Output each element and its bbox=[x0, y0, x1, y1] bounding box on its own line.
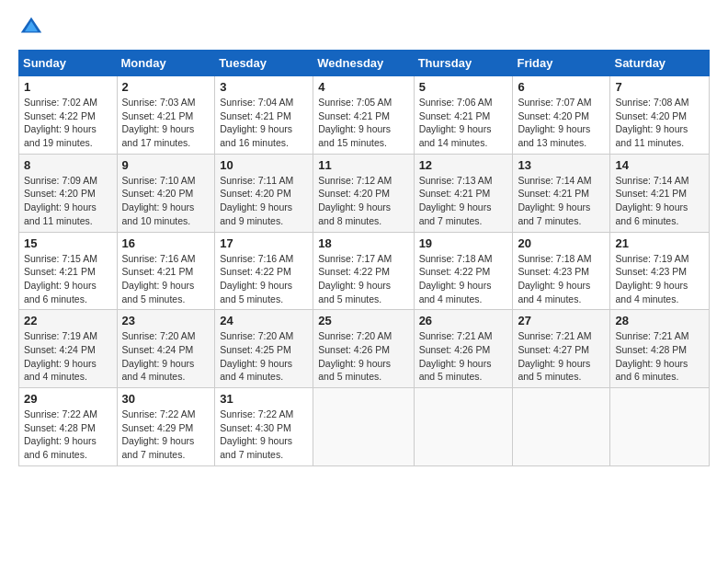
calendar-cell: 25 Sunrise: 7:20 AM Sunset: 4:26 PM Dayl… bbox=[313, 310, 414, 388]
day-number: 14 bbox=[615, 158, 704, 172]
day-number: 30 bbox=[122, 392, 210, 406]
calendar-cell: 26 Sunrise: 7:21 AM Sunset: 4:26 PM Dayl… bbox=[414, 310, 513, 388]
day-info: Sunrise: 7:08 AM Sunset: 4:20 PM Dayligh… bbox=[615, 96, 704, 150]
day-info: Sunrise: 7:22 AM Sunset: 4:29 PM Dayligh… bbox=[122, 408, 210, 462]
day-number: 24 bbox=[220, 314, 308, 327]
day-info: Sunrise: 7:15 AM Sunset: 4:21 PM Dayligh… bbox=[24, 252, 112, 306]
header-wednesday: Wednesday bbox=[313, 51, 414, 76]
day-info: Sunrise: 7:10 AM Sunset: 4:20 PM Dayligh… bbox=[122, 174, 210, 228]
day-info: Sunrise: 7:18 AM Sunset: 4:22 PM Dayligh… bbox=[419, 252, 508, 306]
day-info: Sunrise: 7:07 AM Sunset: 4:20 PM Dayligh… bbox=[518, 96, 605, 150]
calendar-cell: 9 Sunrise: 7:10 AM Sunset: 4:20 PM Dayli… bbox=[117, 154, 215, 232]
day-number: 27 bbox=[518, 314, 605, 327]
day-number: 2 bbox=[122, 80, 210, 94]
day-info: Sunrise: 7:21 AM Sunset: 4:27 PM Dayligh… bbox=[518, 329, 605, 384]
calendar-table: SundayMondayTuesdayWednesdayThursdayFrid… bbox=[18, 50, 710, 466]
day-info: Sunrise: 7:16 AM Sunset: 4:22 PM Dayligh… bbox=[220, 252, 308, 306]
header-thursday: Thursday bbox=[414, 51, 513, 76]
day-number: 22 bbox=[24, 314, 112, 327]
calendar-header-row: SundayMondayTuesdayWednesdayThursdayFrid… bbox=[19, 51, 710, 76]
day-info: Sunrise: 7:19 AM Sunset: 4:24 PM Dayligh… bbox=[24, 329, 112, 384]
calendar-cell: 11 Sunrise: 7:12 AM Sunset: 4:20 PM Dayl… bbox=[313, 154, 414, 232]
day-number: 12 bbox=[419, 158, 508, 172]
calendar-cell: 27 Sunrise: 7:21 AM Sunset: 4:27 PM Dayl… bbox=[513, 310, 610, 388]
day-number: 1 bbox=[24, 80, 112, 94]
day-number: 15 bbox=[24, 236, 112, 250]
day-number: 11 bbox=[318, 158, 408, 172]
calendar-cell: 16 Sunrise: 7:16 AM Sunset: 4:21 PM Dayl… bbox=[117, 232, 215, 310]
logo bbox=[18, 15, 48, 40]
day-number: 8 bbox=[24, 158, 112, 172]
calendar-cell: 15 Sunrise: 7:15 AM Sunset: 4:21 PM Dayl… bbox=[19, 232, 118, 310]
calendar-cell: 17 Sunrise: 7:16 AM Sunset: 4:22 PM Dayl… bbox=[215, 232, 313, 310]
day-info: Sunrise: 7:19 AM Sunset: 4:23 PM Dayligh… bbox=[615, 252, 704, 306]
calendar-cell: 5 Sunrise: 7:06 AM Sunset: 4:21 PM Dayli… bbox=[414, 76, 513, 155]
day-number: 21 bbox=[615, 236, 704, 250]
calendar-cell: 31 Sunrise: 7:22 AM Sunset: 4:30 PM Dayl… bbox=[215, 388, 313, 466]
calendar-cell: 20 Sunrise: 7:18 AM Sunset: 4:23 PM Dayl… bbox=[513, 232, 610, 310]
calendar-cell: 4 Sunrise: 7:05 AM Sunset: 4:21 PM Dayli… bbox=[313, 76, 414, 155]
calendar-cell: 1 Sunrise: 7:02 AM Sunset: 4:22 PM Dayli… bbox=[19, 76, 118, 155]
calendar-cell: 2 Sunrise: 7:03 AM Sunset: 4:21 PM Dayli… bbox=[117, 76, 215, 155]
day-info: Sunrise: 7:02 AM Sunset: 4:22 PM Dayligh… bbox=[24, 96, 112, 150]
day-number: 28 bbox=[615, 314, 704, 327]
calendar-cell: 29 Sunrise: 7:22 AM Sunset: 4:28 PM Dayl… bbox=[19, 388, 118, 466]
calendar-cell: 7 Sunrise: 7:08 AM Sunset: 4:20 PM Dayli… bbox=[610, 76, 710, 155]
day-number: 13 bbox=[518, 158, 605, 172]
day-number: 19 bbox=[419, 236, 508, 250]
day-info: Sunrise: 7:20 AM Sunset: 4:25 PM Dayligh… bbox=[220, 329, 308, 384]
calendar-cell: 8 Sunrise: 7:09 AM Sunset: 4:20 PM Dayli… bbox=[19, 154, 118, 232]
day-number: 26 bbox=[419, 314, 508, 327]
day-number: 10 bbox=[220, 158, 308, 172]
day-info: Sunrise: 7:18 AM Sunset: 4:23 PM Dayligh… bbox=[518, 252, 605, 306]
day-number: 25 bbox=[318, 314, 408, 327]
header-tuesday: Tuesday bbox=[215, 51, 313, 76]
header-friday: Friday bbox=[513, 51, 610, 76]
day-info: Sunrise: 7:16 AM Sunset: 4:21 PM Dayligh… bbox=[122, 252, 210, 306]
calendar-cell: 6 Sunrise: 7:07 AM Sunset: 4:20 PM Dayli… bbox=[513, 76, 610, 155]
logo-icon bbox=[18, 15, 44, 40]
day-number: 3 bbox=[220, 80, 308, 94]
day-number: 18 bbox=[318, 236, 408, 250]
week-row-5: 29 Sunrise: 7:22 AM Sunset: 4:28 PM Dayl… bbox=[19, 388, 710, 466]
day-info: Sunrise: 7:12 AM Sunset: 4:20 PM Dayligh… bbox=[318, 174, 408, 228]
day-number: 20 bbox=[518, 236, 605, 250]
day-info: Sunrise: 7:05 AM Sunset: 4:21 PM Dayligh… bbox=[318, 96, 408, 150]
header-monday: Monday bbox=[117, 51, 215, 76]
calendar-cell bbox=[313, 388, 414, 466]
day-info: Sunrise: 7:14 AM Sunset: 4:21 PM Dayligh… bbox=[615, 174, 704, 228]
calendar-cell: 21 Sunrise: 7:19 AM Sunset: 4:23 PM Dayl… bbox=[610, 232, 710, 310]
day-info: Sunrise: 7:20 AM Sunset: 4:26 PM Dayligh… bbox=[318, 329, 408, 384]
calendar-cell: 18 Sunrise: 7:17 AM Sunset: 4:22 PM Dayl… bbox=[313, 232, 414, 310]
calendar-cell: 12 Sunrise: 7:13 AM Sunset: 4:21 PM Dayl… bbox=[414, 154, 513, 232]
week-row-4: 22 Sunrise: 7:19 AM Sunset: 4:24 PM Dayl… bbox=[19, 310, 710, 388]
day-number: 7 bbox=[615, 80, 704, 94]
day-number: 6 bbox=[518, 80, 605, 94]
header-saturday: Saturday bbox=[610, 51, 710, 76]
calendar-cell: 14 Sunrise: 7:14 AM Sunset: 4:21 PM Dayl… bbox=[610, 154, 710, 232]
calendar-cell bbox=[513, 388, 610, 466]
calendar-cell: 28 Sunrise: 7:21 AM Sunset: 4:28 PM Dayl… bbox=[610, 310, 710, 388]
day-info: Sunrise: 7:03 AM Sunset: 4:21 PM Dayligh… bbox=[122, 96, 210, 150]
day-info: Sunrise: 7:21 AM Sunset: 4:26 PM Dayligh… bbox=[419, 329, 508, 384]
day-info: Sunrise: 7:11 AM Sunset: 4:20 PM Dayligh… bbox=[220, 174, 308, 228]
day-info: Sunrise: 7:22 AM Sunset: 4:30 PM Dayligh… bbox=[220, 408, 308, 462]
day-info: Sunrise: 7:22 AM Sunset: 4:28 PM Dayligh… bbox=[24, 408, 112, 462]
day-info: Sunrise: 7:06 AM Sunset: 4:21 PM Dayligh… bbox=[419, 96, 508, 150]
header-sunday: Sunday bbox=[19, 51, 118, 76]
day-number: 4 bbox=[318, 80, 408, 94]
day-info: Sunrise: 7:21 AM Sunset: 4:28 PM Dayligh… bbox=[615, 329, 704, 384]
calendar-cell: 22 Sunrise: 7:19 AM Sunset: 4:24 PM Dayl… bbox=[19, 310, 118, 388]
day-number: 23 bbox=[122, 314, 210, 327]
day-info: Sunrise: 7:04 AM Sunset: 4:21 PM Dayligh… bbox=[220, 96, 308, 150]
page-header bbox=[18, 15, 710, 40]
calendar-cell: 19 Sunrise: 7:18 AM Sunset: 4:22 PM Dayl… bbox=[414, 232, 513, 310]
week-row-2: 8 Sunrise: 7:09 AM Sunset: 4:20 PM Dayli… bbox=[19, 154, 710, 232]
day-number: 5 bbox=[419, 80, 508, 94]
week-row-3: 15 Sunrise: 7:15 AM Sunset: 4:21 PM Dayl… bbox=[19, 232, 710, 310]
week-row-1: 1 Sunrise: 7:02 AM Sunset: 4:22 PM Dayli… bbox=[19, 76, 710, 155]
day-info: Sunrise: 7:09 AM Sunset: 4:20 PM Dayligh… bbox=[24, 174, 112, 228]
day-number: 31 bbox=[220, 392, 308, 406]
calendar-cell bbox=[610, 388, 710, 466]
calendar-cell: 10 Sunrise: 7:11 AM Sunset: 4:20 PM Dayl… bbox=[215, 154, 313, 232]
